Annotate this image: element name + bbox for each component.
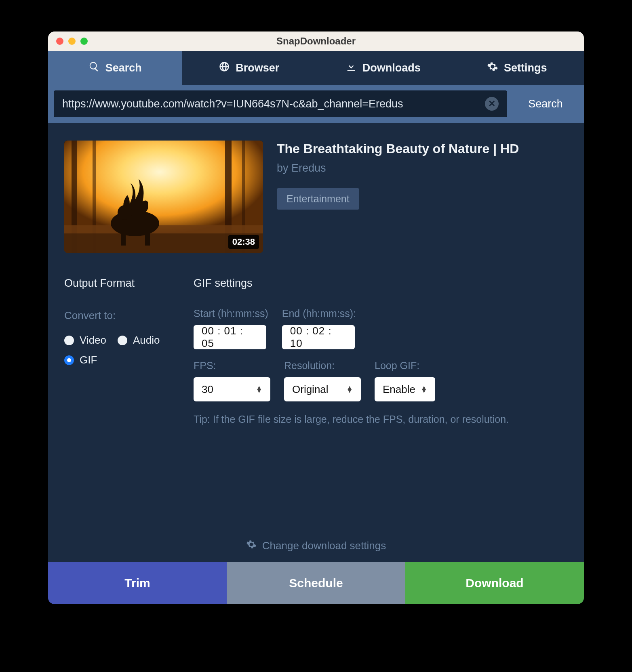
schedule-button[interactable]: Schedule xyxy=(227,562,405,604)
resolution-label: Resolution: xyxy=(284,360,361,372)
tab-search[interactable]: Search xyxy=(48,51,182,85)
radio-audio-label: Audio xyxy=(133,334,160,346)
start-time-label: Start (hh:mm:ss) xyxy=(194,308,268,319)
trim-button[interactable]: Trim xyxy=(48,562,227,604)
clear-url-button[interactable]: ✕ xyxy=(485,97,499,111)
window-zoom-button[interactable] xyxy=(80,38,88,45)
resolution-select[interactable]: Original ▲▼ xyxy=(284,377,361,401)
output-format-heading: Output Format xyxy=(64,277,169,297)
download-button[interactable]: Download xyxy=(405,562,584,604)
radio-video[interactable] xyxy=(64,336,74,345)
footer-actions: Trim Schedule Download xyxy=(48,562,584,604)
video-title: The Breathtaking Beauty of Nature | HD xyxy=(277,141,519,156)
start-time-input[interactable]: 00 : 01 : 05 xyxy=(194,325,266,349)
main-tabs: Search Browser Downloads Settings xyxy=(48,51,584,85)
download-icon xyxy=(345,61,357,75)
gif-settings-heading: GIF settings xyxy=(194,277,568,297)
chevron-updown-icon: ▲▼ xyxy=(256,386,262,393)
radio-video-label: Video xyxy=(80,334,106,346)
schedule-button-label: Schedule xyxy=(289,576,343,590)
radio-gif[interactable] xyxy=(64,355,74,365)
search-button-label: Search xyxy=(528,98,563,110)
globe-icon xyxy=(219,61,230,75)
chevron-updown-icon: ▲▼ xyxy=(421,386,427,393)
fps-value: 30 xyxy=(202,383,213,396)
tab-browser[interactable]: Browser xyxy=(182,51,316,85)
tab-browser-label: Browser xyxy=(236,62,279,74)
search-icon xyxy=(88,61,100,75)
tab-downloads-label: Downloads xyxy=(362,62,421,74)
chevron-updown-icon: ▲▼ xyxy=(346,386,353,393)
svg-rect-8 xyxy=(121,227,126,246)
close-icon: ✕ xyxy=(488,99,495,109)
app-window: SnapDownloader Search Browser Download xyxy=(48,32,584,604)
fps-select[interactable]: 30 ▲▼ xyxy=(194,377,270,401)
tab-settings-label: Settings xyxy=(504,62,547,74)
video-author: by Eredus xyxy=(277,162,519,174)
radio-audio[interactable] xyxy=(118,336,127,345)
trim-button-label: Trim xyxy=(124,576,150,590)
loop-label: Loop GIF: xyxy=(375,360,435,372)
video-category-chip: Entertainment xyxy=(277,188,359,210)
tab-downloads[interactable]: Downloads xyxy=(316,51,450,85)
video-thumbnail[interactable]: 02:38 xyxy=(64,141,263,253)
search-button[interactable]: Search xyxy=(507,90,584,117)
fps-label: FPS: xyxy=(194,360,270,372)
video-duration: 02:38 xyxy=(228,235,259,249)
download-button-label: Download xyxy=(466,576,523,590)
change-download-settings-link[interactable]: Change download settings xyxy=(48,539,584,552)
gear-icon xyxy=(487,61,498,75)
svg-point-10 xyxy=(118,205,132,220)
url-bar: ✕ Search xyxy=(48,85,584,123)
gif-tip: Tip: If the GIF file size is large, redu… xyxy=(194,414,568,425)
end-time-input[interactable]: 00 : 02 : 10 xyxy=(282,325,355,349)
change-download-settings-label: Change download settings xyxy=(262,540,386,552)
titlebar: SnapDownloader xyxy=(48,32,584,51)
window-minimize-button[interactable] xyxy=(68,38,76,45)
window-title: SnapDownloader xyxy=(48,36,584,47)
window-close-button[interactable] xyxy=(56,38,63,45)
loop-value: Enable xyxy=(383,383,415,396)
svg-rect-9 xyxy=(145,227,150,246)
content-area: 02:38 The Breathtaking Beauty of Nature … xyxy=(48,123,584,562)
url-input[interactable] xyxy=(62,98,485,110)
resolution-value: Original xyxy=(292,383,329,396)
loop-select[interactable]: Enable ▲▼ xyxy=(375,377,435,401)
convert-to-label: Convert to: xyxy=(64,309,169,322)
radio-gif-label: GIF xyxy=(80,354,97,366)
end-time-label: End (hh:mm:ss): xyxy=(282,308,356,319)
tab-search-label: Search xyxy=(105,62,142,74)
gear-icon xyxy=(246,539,257,552)
tab-settings[interactable]: Settings xyxy=(450,51,584,85)
